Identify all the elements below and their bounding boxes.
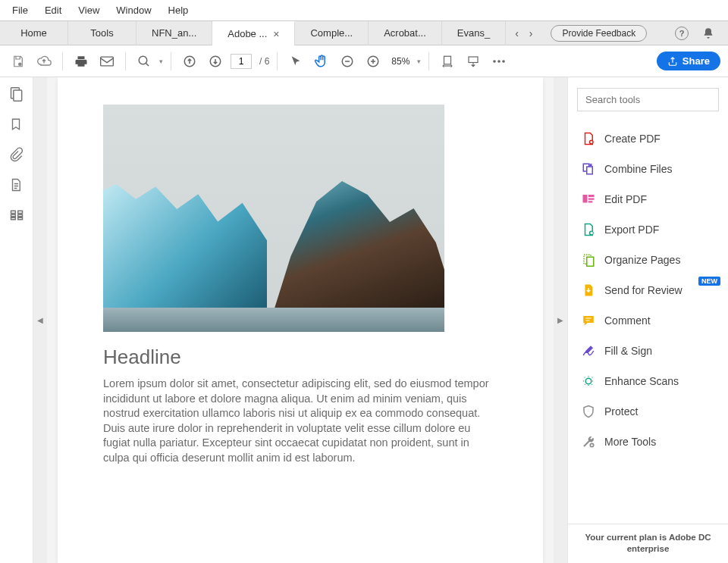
find-icon[interactable] <box>133 51 155 72</box>
next-page-icon[interactable] <box>205 51 226 72</box>
svg-rect-20 <box>588 201 592 202</box>
tabbar: Home Tools NFN_an... Adobe ...× Comple..… <box>0 21 728 45</box>
prev-tab-icon[interactable]: ‹ <box>515 27 519 39</box>
comment-icon <box>582 314 595 327</box>
tool-label: Fill & Sign <box>604 345 652 357</box>
tool-export-pdf[interactable]: Export PDF <box>571 214 725 245</box>
hero-image <box>103 105 444 332</box>
svg-rect-8 <box>469 57 478 63</box>
tool-label: Combine Files <box>604 163 672 175</box>
tab-nav: ‹ › Provide Feedback <box>506 25 656 42</box>
doc-body: Lorem ipsum dolor sit amet, consectetur … <box>103 377 497 465</box>
svg-point-11 <box>503 60 506 63</box>
find-dropdown-icon[interactable]: ▾ <box>159 58 163 65</box>
tool-label: Protect <box>604 405 638 418</box>
cloud-upload-icon[interactable] <box>33 51 55 72</box>
more-tools-wrench-icon <box>582 435 595 449</box>
document-area: ◀ Headline Lorem ipsum dolor sit amet, c… <box>33 77 567 563</box>
tool-combine-files[interactable]: Combine Files <box>571 154 725 184</box>
share-button[interactable]: Share <box>657 52 720 70</box>
select-tool-icon[interactable] <box>285 51 306 72</box>
search-tools-input[interactable] <box>577 88 719 111</box>
svg-rect-17 <box>583 195 588 203</box>
svg-rect-7 <box>444 56 451 64</box>
save-icon[interactable] <box>8 51 29 72</box>
svg-point-10 <box>498 60 501 63</box>
more-tools-icon[interactable] <box>488 51 510 72</box>
provide-feedback-button[interactable]: Provide Feedback <box>551 25 647 42</box>
zoom-value[interactable]: 85% <box>391 56 410 67</box>
print-icon[interactable] <box>71 51 92 72</box>
tab-label: Evans_ <box>457 27 490 39</box>
tool-label: Enhance Scans <box>604 375 679 387</box>
document-info-icon[interactable] <box>9 177 24 192</box>
next-tab-icon[interactable]: › <box>529 27 533 39</box>
right-panel: Create PDF Combine Files Edit PDF Export… <box>567 77 728 563</box>
left-gutter-toggle[interactable]: ◀ <box>33 77 47 563</box>
hand-tool-icon[interactable] <box>311 51 332 72</box>
page: Headline Lorem ipsum dolor sit amet, con… <box>58 77 543 563</box>
bookmark-icon[interactable] <box>9 117 24 132</box>
doc-headline: Headline <box>103 346 497 369</box>
close-icon[interactable]: × <box>273 28 279 40</box>
right-gutter-toggle[interactable]: ▶ <box>554 77 567 563</box>
svg-rect-18 <box>588 195 595 197</box>
svg-point-9 <box>494 60 497 63</box>
tool-label: Comment <box>604 314 651 327</box>
tab-label: Acrobat... <box>384 27 426 39</box>
organize-pages-icon <box>582 253 595 267</box>
tool-edit-pdf[interactable]: Edit PDF <box>571 184 725 214</box>
page-number-input[interactable] <box>231 54 252 69</box>
tool-fill-sign[interactable]: Fill & Sign <box>571 336 725 366</box>
tool-label: More Tools <box>604 436 656 448</box>
menu-help[interactable]: Help <box>161 3 196 17</box>
tab-label: Comple... <box>310 27 353 39</box>
notifications-icon[interactable] <box>702 27 714 39</box>
tool-send-for-review[interactable]: Send for Review NEW <box>571 275 725 305</box>
tool-comment[interactable]: Comment <box>571 305 725 336</box>
attachment-icon[interactable] <box>9 147 24 162</box>
toolbar: ▾ / 6 85% ▾ Share <box>0 45 728 77</box>
zoom-in-icon[interactable] <box>362 51 384 72</box>
fit-page-icon[interactable] <box>463 51 484 72</box>
new-badge: NEW <box>698 277 720 286</box>
tool-protect[interactable]: Protect <box>571 396 725 427</box>
menu-view[interactable]: View <box>71 3 107 17</box>
page-total-label: / 6 <box>259 56 269 67</box>
left-rail <box>0 77 33 563</box>
menu-window[interactable]: Window <box>108 3 158 17</box>
fill-sign-icon <box>582 344 595 358</box>
layers-icon[interactable] <box>9 208 24 223</box>
tool-more-tools[interactable]: More Tools <box>571 427 725 457</box>
svg-point-2 <box>139 56 147 64</box>
svg-rect-1 <box>101 57 114 66</box>
tab-doc-2[interactable]: Comple... <box>295 21 369 45</box>
svg-point-0 <box>18 62 22 66</box>
tool-label: Edit PDF <box>604 193 647 205</box>
tool-organize-pages[interactable]: Organize Pages <box>571 245 725 275</box>
share-label: Share <box>682 55 710 67</box>
tab-home[interactable]: Home <box>0 21 68 45</box>
tab-doc-3[interactable]: Acrobat... <box>369 21 442 45</box>
zoom-dropdown-icon[interactable]: ▾ <box>417 58 421 65</box>
menu-file[interactable]: File <box>5 3 36 17</box>
tool-label: Create PDF <box>604 133 661 145</box>
tab-doc-1[interactable]: Adobe ...× <box>212 21 295 45</box>
help-icon[interactable]: ? <box>675 27 689 40</box>
fit-width-icon[interactable] <box>437 51 458 72</box>
create-pdf-icon <box>582 132 595 145</box>
svg-rect-13 <box>13 90 21 101</box>
thumbnails-icon[interactable] <box>9 86 24 102</box>
tab-tools[interactable]: Tools <box>68 21 136 45</box>
prev-page-icon[interactable] <box>179 51 200 72</box>
tool-create-pdf[interactable]: Create PDF <box>571 124 725 154</box>
tab-label: NFN_an... <box>152 27 196 39</box>
tool-enhance-scans[interactable]: Enhance Scans <box>571 366 725 396</box>
tab-doc-4[interactable]: Evans_ <box>442 21 506 45</box>
email-icon[interactable] <box>96 51 118 72</box>
zoom-out-icon[interactable] <box>337 51 358 72</box>
page-viewport[interactable]: Headline Lorem ipsum dolor sit amet, con… <box>47 77 554 563</box>
menu-edit[interactable]: Edit <box>37 3 69 17</box>
tab-doc-0[interactable]: NFN_an... <box>136 21 212 45</box>
protect-icon <box>582 405 595 418</box>
